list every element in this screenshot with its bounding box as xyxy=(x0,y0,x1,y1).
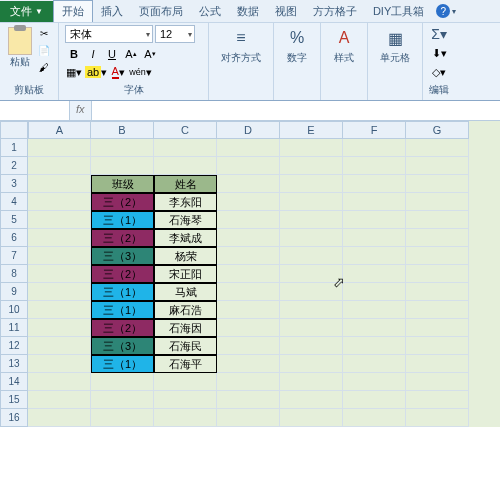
underline-button[interactable]: U xyxy=(103,45,121,63)
cell[interactable] xyxy=(28,247,91,265)
cell[interactable]: 马斌 xyxy=(154,283,217,301)
cell[interactable] xyxy=(343,157,406,175)
borders-button[interactable]: ▦▾ xyxy=(65,63,83,81)
cell[interactable] xyxy=(91,157,154,175)
cell[interactable]: 三（3） xyxy=(91,247,154,265)
cell[interactable] xyxy=(28,229,91,247)
bold-button[interactable]: B xyxy=(65,45,83,63)
row-header[interactable]: 16 xyxy=(0,409,28,427)
cell[interactable] xyxy=(406,373,469,391)
cell[interactable]: 杨荣 xyxy=(154,247,217,265)
cell[interactable] xyxy=(28,211,91,229)
cell[interactable] xyxy=(91,391,154,409)
row-header[interactable]: 1 xyxy=(0,139,28,157)
cell[interactable] xyxy=(28,157,91,175)
cell[interactable] xyxy=(406,211,469,229)
cell[interactable]: 三（1） xyxy=(91,301,154,319)
cell[interactable] xyxy=(280,373,343,391)
cell[interactable]: 石海平 xyxy=(154,355,217,373)
cell[interactable] xyxy=(28,283,91,301)
cell[interactable] xyxy=(343,265,406,283)
cell[interactable] xyxy=(343,355,406,373)
cell[interactable]: 李斌成 xyxy=(154,229,217,247)
cell[interactable] xyxy=(343,319,406,337)
tab-view[interactable]: 视图 xyxy=(267,1,305,22)
cell[interactable] xyxy=(28,175,91,193)
row-header[interactable]: 8 xyxy=(0,265,28,283)
cell[interactable] xyxy=(280,319,343,337)
cell[interactable] xyxy=(280,265,343,283)
cell[interactable] xyxy=(343,229,406,247)
row-header[interactable]: 11 xyxy=(0,319,28,337)
cell[interactable]: 三（1） xyxy=(91,355,154,373)
cell[interactable]: 李东阳 xyxy=(154,193,217,211)
font-name-combo[interactable]: 宋体 xyxy=(65,25,153,43)
paste-button[interactable]: 粘贴 xyxy=(6,25,34,75)
cell[interactable] xyxy=(406,175,469,193)
row-header[interactable]: 9 xyxy=(0,283,28,301)
cell[interactable] xyxy=(343,391,406,409)
cell[interactable] xyxy=(280,409,343,427)
row-header[interactable]: 6 xyxy=(0,229,28,247)
cell[interactable] xyxy=(28,139,91,157)
cell[interactable] xyxy=(406,229,469,247)
cell[interactable] xyxy=(217,265,280,283)
shrink-font-button[interactable]: A▾ xyxy=(141,45,159,63)
tab-data[interactable]: 数据 xyxy=(229,1,267,22)
cell[interactable] xyxy=(343,283,406,301)
autosum-button[interactable]: Σ▾ xyxy=(429,25,449,43)
cell[interactable] xyxy=(406,193,469,211)
cell[interactable] xyxy=(280,355,343,373)
fill-button[interactable]: ⬇▾ xyxy=(429,44,449,62)
row-header[interactable]: 2 xyxy=(0,157,28,175)
cell[interactable] xyxy=(280,301,343,319)
cell[interactable] xyxy=(217,391,280,409)
format-painter-icon[interactable]: 🖌 xyxy=(36,59,52,75)
cell[interactable] xyxy=(91,373,154,391)
col-header-C[interactable]: C xyxy=(154,121,217,139)
number-button[interactable]: %数字 xyxy=(280,25,314,67)
col-header-A[interactable]: A xyxy=(28,121,91,139)
cell[interactable] xyxy=(217,355,280,373)
cell[interactable]: 班级 xyxy=(91,175,154,193)
cell[interactable] xyxy=(28,409,91,427)
tab-formula[interactable]: 公式 xyxy=(191,1,229,22)
cell[interactable] xyxy=(406,391,469,409)
cell[interactable] xyxy=(280,337,343,355)
cell[interactable] xyxy=(280,283,343,301)
cells-button[interactable]: ▦单元格 xyxy=(374,25,416,67)
tab-home[interactable]: 开始 xyxy=(53,0,93,22)
cell[interactable] xyxy=(406,283,469,301)
align-button[interactable]: ≡对齐方式 xyxy=(215,25,267,67)
row-header[interactable]: 15 xyxy=(0,391,28,409)
cell[interactable] xyxy=(343,139,406,157)
cell[interactable] xyxy=(154,373,217,391)
cell[interactable]: 三（1） xyxy=(91,283,154,301)
row-header[interactable]: 12 xyxy=(0,337,28,355)
cell[interactable] xyxy=(406,355,469,373)
cell[interactable] xyxy=(28,193,91,211)
cell[interactable] xyxy=(217,247,280,265)
cell[interactable]: 三（2） xyxy=(91,265,154,283)
col-header-B[interactable]: B xyxy=(91,121,154,139)
cell[interactable] xyxy=(343,337,406,355)
cell[interactable] xyxy=(280,139,343,157)
cell[interactable] xyxy=(28,337,91,355)
style-button[interactable]: A样式 xyxy=(327,25,361,67)
cell[interactable] xyxy=(280,229,343,247)
cell[interactable] xyxy=(28,373,91,391)
phonetic-button[interactable]: wén▾ xyxy=(128,63,153,81)
row-header[interactable]: 13 xyxy=(0,355,28,373)
cell[interactable] xyxy=(343,211,406,229)
help-icon[interactable]: ? xyxy=(436,4,450,18)
cell[interactable]: 三（1） xyxy=(91,211,154,229)
cell[interactable] xyxy=(217,337,280,355)
cell[interactable]: 三（2） xyxy=(91,229,154,247)
cell[interactable]: 麻石浩 xyxy=(154,301,217,319)
cell[interactable] xyxy=(217,175,280,193)
italic-button[interactable]: I xyxy=(84,45,102,63)
cell[interactable] xyxy=(406,157,469,175)
cell[interactable]: 三（3） xyxy=(91,337,154,355)
cell[interactable] xyxy=(217,319,280,337)
cell[interactable] xyxy=(406,139,469,157)
